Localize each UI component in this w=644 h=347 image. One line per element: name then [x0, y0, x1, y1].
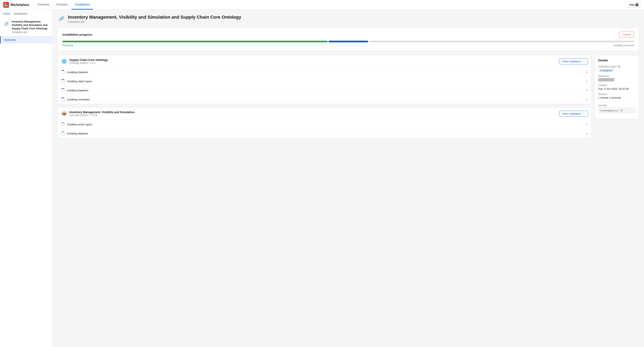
detail-created: Created Tue, 4 Jun 2024, 16:41:36 [598, 84, 636, 90]
page-header: 🔗 Inventory Management, Visibility and S… [58, 15, 639, 23]
installation-name-2: Inventory Management, Visibility and Sim… [70, 111, 134, 114]
breadcrumb: Home › Installations [0, 10, 52, 18]
breadcrumb-separator: › [12, 12, 12, 15]
nav-tabs: Overview Products Installations [34, 0, 93, 10]
sidebar-item-info: Inventory Management, Visibility and Sim… [12, 20, 49, 34]
progress-header: Installation progress Cancel [62, 32, 634, 38]
help-button[interactable]: Help ? [627, 2, 641, 8]
cancel-button[interactable]: Cancel [619, 32, 634, 38]
detail-divider [598, 102, 636, 102]
detail-created-value: Tue, 4 Jun 2024, 16:41:36 [598, 87, 636, 90]
detail-started-by-label: Started by [598, 75, 636, 78]
step-label-datasets-1: Installing datasets [67, 71, 88, 74]
redacted-value [598, 78, 614, 81]
chevron-down-icon: ∨ [586, 132, 588, 135]
nav-tab-overview[interactable]: Overview [34, 0, 52, 10]
step-left: Installing object types [61, 79, 92, 83]
progress-title: Installation progress [62, 33, 92, 36]
status-badge: In progress [598, 69, 614, 72]
step-label-action-types-2: Installing action types [67, 123, 92, 126]
top-nav: 🏪 Marketplace Overview Products Installa… [0, 0, 644, 10]
label-installing: Installing resources [613, 44, 634, 47]
step-left: Installing datasets [61, 131, 88, 135]
detail-status-label: Installation status i [598, 65, 636, 68]
sidebar-item-subtitle: Installation job [12, 31, 49, 34]
step-label-object-types-1: Installing object types [67, 80, 92, 83]
step-installing-action-types-2[interactable]: Installing action types ∨ [58, 120, 591, 129]
detail-status-value: In progress [598, 69, 636, 72]
step-label-pipelines-1: Installing pipelines [67, 89, 88, 92]
info-icon: i [618, 65, 620, 68]
step-installing-datasets-1[interactable]: Installing datasets ∨ [58, 68, 591, 77]
layout: Home › Installations 🔗 Inventory Managem… [0, 10, 644, 347]
sidebar-item-card: 🔗 Inventory Management, Visibility and S… [0, 18, 52, 36]
installation-name-1: Supply Chain Core Ontology [70, 58, 108, 62]
detail-duration: Duration 1 minute 2 seconds [598, 93, 636, 99]
step-spinner [61, 88, 65, 92]
view-installation-button-1[interactable]: View installation → [559, 59, 588, 64]
installation-header-2: 📦 Inventory Management, Visibility and S… [58, 108, 591, 120]
sidebar-nav-overview[interactable]: Overview [0, 36, 52, 44]
page-header-icon: 🔗 [58, 15, 66, 23]
progress-card: Installation progress Cancel Preparing I… [58, 27, 639, 51]
detail-job-rid: Job RID ri.marketplace.ma… ⧉ [598, 104, 636, 113]
installations-col: 🌐 Supply Chain Core Ontology Ontology pr… [58, 55, 592, 138]
installation-block-1: 🌐 Supply Chain Core Ontology Ontology pr… [58, 55, 592, 104]
step-spinner [61, 70, 65, 74]
installation-icon-2: 📦 [61, 110, 67, 117]
progress-segment-green [62, 41, 328, 42]
step-installing-object-types-1[interactable]: Installing object types ∨ [58, 77, 591, 86]
chevron-down-icon: ∨ [586, 123, 588, 126]
page-title: Inventory Management, Visibility and Sim… [68, 15, 241, 20]
installation-header-left-2: 📦 Inventory Management, Visibility and S… [61, 110, 134, 117]
step-left: Installing schedules [61, 97, 90, 101]
page-subtitle: Installation job [68, 20, 241, 23]
details-panel: Details Installation status i In progres… [595, 55, 639, 119]
main-content: 🔗 Inventory Management, Visibility and S… [52, 10, 644, 347]
copy-icon[interactable]: ⧉ [620, 109, 622, 112]
page-header-text: Inventory Management, Visibility and Sim… [68, 15, 241, 23]
detail-started-by-value [598, 78, 636, 81]
breadcrumb-home[interactable]: Home [3, 12, 10, 15]
arrow-right-icon-2: → [582, 112, 585, 115]
job-rid-box: ri.marketplace.ma… ⧉ [598, 108, 636, 113]
step-installing-schedules-1[interactable]: Installing schedules ∨ [58, 95, 591, 104]
progress-segment-blue [328, 41, 368, 42]
step-spinner [61, 131, 65, 135]
detail-duration-value: 1 minute 2 seconds [598, 96, 636, 99]
step-label-datasets-2: Installing datasets [67, 132, 88, 135]
progress-bar-container [62, 41, 634, 42]
nav-right: Help ? [627, 2, 641, 8]
installation-meta-2: Use case product • 1.10.0 [70, 114, 134, 117]
nav-tab-installations[interactable]: Installations [72, 0, 93, 10]
installation-icon-1: 🌐 [61, 58, 67, 65]
chevron-down-icon: ∨ [586, 80, 588, 83]
installation-info-2: Inventory Management, Visibility and Sim… [70, 111, 134, 117]
step-spinner [61, 79, 65, 83]
marketplace-logo-icon: 🏪 [3, 2, 9, 8]
step-installing-datasets-2[interactable]: Installing datasets ∨ [58, 129, 591, 138]
installation-info-1: Supply Chain Core Ontology Ontology prod… [70, 58, 108, 64]
step-left: Installing pipelines [61, 88, 88, 92]
detail-job-rid-label: Job RID [598, 104, 636, 107]
installation-header-left-1: 🌐 Supply Chain Core Ontology Ontology pr… [61, 58, 108, 65]
progress-segment-gray [369, 41, 634, 42]
step-installing-pipelines-1[interactable]: Installing pipelines ∨ [58, 86, 591, 95]
installation-meta-1: Ontology product • 1.2.0 [70, 62, 108, 64]
arrow-right-icon-1: → [582, 60, 585, 63]
breadcrumb-current: Installations [14, 12, 28, 15]
view-installation-button-2[interactable]: View installation → [559, 111, 588, 117]
label-preparing: Preparing [62, 44, 73, 47]
sidebar: Home › Installations 🔗 Inventory Managem… [0, 10, 52, 347]
nav-logo[interactable]: 🏪 Marketplace [3, 2, 29, 8]
nav-tab-products[interactable]: Products [53, 0, 71, 10]
sidebar-item-icon: 🔗 [3, 21, 10, 27]
progress-labels: Preparing Installing resources [62, 44, 634, 47]
detail-created-label: Created [598, 84, 636, 87]
step-left: Installing action types [61, 122, 92, 126]
sidebar-item-title: Inventory Management, Visibility and Sim… [12, 20, 49, 30]
nav-logo-text: Marketplace [10, 3, 29, 7]
chevron-down-icon: ∨ [586, 98, 588, 101]
detail-started-by: Started by [598, 75, 636, 81]
details-title: Details [598, 59, 636, 62]
